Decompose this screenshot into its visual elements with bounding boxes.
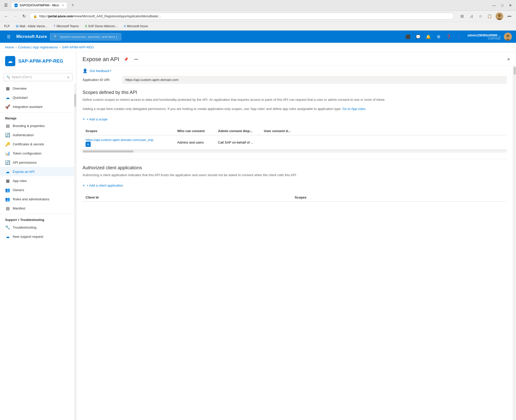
nav-search-input[interactable] <box>12 75 65 79</box>
sidebar-item-quickstart[interactable]: ☁ Quickstart <box>0 93 74 102</box>
window-controls: — □ ✕ <box>491 2 513 8</box>
sidebar-owners-label: Owners <box>13 188 24 192</box>
sidebar-quickstart-label: Quickstart <box>13 96 28 100</box>
user-name: admin@M365x00000 ... <box>468 34 501 37</box>
search-icon: 🔍 <box>6 75 10 79</box>
address-bar[interactable]: 🔒 https://portal.azure.com/#view/Microso… <box>29 13 454 20</box>
bookmark-flp[interactable]: FLP <box>3 24 11 29</box>
scopes-section: Scopes defined by this API Define custom… <box>83 90 507 153</box>
minimize-btn[interactable]: — <box>491 2 497 8</box>
sidebar-item-token[interactable]: 📊 Token configuration <box>0 149 74 158</box>
token-icon: 📊 <box>5 151 10 156</box>
right-scroll-thumb <box>514 67 516 75</box>
right-content-scrollbar[interactable] <box>513 66 516 420</box>
right-content-area: 👤 Got feedback? Application ID URI Scope… <box>76 66 513 420</box>
maximize-btn[interactable]: □ <box>499 2 505 8</box>
azure-search-input[interactable] <box>60 35 117 39</box>
pin-btn[interactable]: 📌 <box>122 56 130 62</box>
sidebar-item-new-support[interactable]: ☁ New support request <box>0 232 74 241</box>
breadcrumb-home[interactable]: Home <box>5 45 14 49</box>
left-nav-scrollbar[interactable] <box>74 84 76 420</box>
topbar-avatar[interactable] <box>504 33 512 41</box>
sidebar-item-troubleshooting[interactable]: 🔧 Troubleshooting <box>0 223 74 232</box>
notifications-btn[interactable]: 🔔 <box>424 32 433 41</box>
table-row: https://api.custom-apim.domain.com/user_… <box>83 135 507 150</box>
sidebar-item-api-permissions[interactable]: 🔄 API permissions <box>0 158 74 167</box>
window-close-btn[interactable]: ✕ <box>507 2 513 8</box>
admin-consent-cell: Call SAP on-behalf of ... <box>218 141 264 144</box>
tab-close-btn[interactable]: × <box>62 4 64 7</box>
owners-icon: 👥 <box>5 187 10 192</box>
back-btn[interactable]: ← <box>3 13 10 20</box>
col-header-who: Who can consent <box>177 129 218 133</box>
read-mode-btn[interactable]: 𝓐 <box>467 12 475 20</box>
sidebar-item-integration[interactable]: 🚀 Integration assistant <box>0 102 74 111</box>
add-scope-btn[interactable]: + + Add a scope <box>83 115 107 123</box>
app-id-uri-row: Application ID URI <box>83 76 507 84</box>
cloud-shell-btn[interactable]: ⬛ <box>403 32 413 41</box>
browser-tab[interactable]: A SAPODATAAPIMPM4 - Microsof... × <box>11 2 67 8</box>
copy-scope-btn[interactable]: ⧉ <box>86 142 91 147</box>
nav-divider-1 <box>0 112 74 113</box>
scopes-table: Scopes Who can consent Admin consent dis… <box>83 127 507 153</box>
close-panel-btn[interactable]: × <box>507 57 510 62</box>
add-client-btn[interactable]: + + Add a client application <box>83 182 123 189</box>
bookmark-teams[interactable]: T Microsoft Teams <box>52 23 80 29</box>
feedback-bar[interactable]: 👤 Got feedback? <box>76 66 513 76</box>
sidebar-item-owners[interactable]: 👥 Owners <box>0 185 74 194</box>
sidebar-api-permissions-label: API permissions <box>13 161 37 164</box>
sidebar-item-overview[interactable]: ▦ Overview <box>0 84 74 93</box>
bookmark-azure-label: Microsoft Azure <box>127 24 148 28</box>
sidebar-item-certificates[interactable]: 🔑 Certificates & secrets <box>0 139 74 149</box>
settings-btn[interactable]: ⚙ <box>434 32 443 41</box>
scopes-desc1: Define custom scopes to restrict access … <box>83 97 507 102</box>
azure-search-box[interactable]: 🔍 <box>50 33 121 40</box>
app-id-uri-input[interactable] <box>122 76 507 84</box>
bookmark-sap-label: SAP Demo Welcom... <box>88 24 118 28</box>
app-header: ☁ SAP-APIM-APP-REG <box>0 52 76 71</box>
certificates-icon: 🔑 <box>5 142 10 147</box>
expose-api-icon: ☁ <box>5 169 10 174</box>
profile-avatar[interactable] <box>496 12 503 20</box>
troubleshooting-icon: 🔧 <box>5 225 10 230</box>
authorized-section: Authorized client applications Authorizi… <box>83 165 507 202</box>
sidebar-token-label: Token configuration <box>13 151 42 155</box>
breadcrumb-app-registrations[interactable]: Contoso | App registrations <box>18 45 58 49</box>
sidebar-item-manifest[interactable]: ▤ Manifest <box>0 204 74 213</box>
bookmark-mail[interactable]: ⊞ Mail - Adele Vance... <box>14 23 49 29</box>
sidebar-item-authentication[interactable]: 🔄 Authentication <box>0 130 74 139</box>
collapse-nav-btn[interactable]: « <box>67 75 70 80</box>
sidebar-toggle-btn[interactable]: ☰ <box>3 2 9 8</box>
sap-icon: S <box>85 24 87 28</box>
forward-btn[interactable]: → <box>12 13 19 20</box>
app-id-uri-label: Application ID URI <box>83 78 118 82</box>
bookmark-azure[interactable]: A Microsoft Azure <box>122 23 150 29</box>
nav-search-box[interactable]: 🔍 « <box>4 73 73 81</box>
go-to-app-roles-link[interactable]: Go to App roles. <box>342 107 366 111</box>
feedback-btn[interactable]: 💬 <box>414 32 423 41</box>
bookmark-sap[interactable]: S SAP Demo Welcom... <box>83 23 119 29</box>
sidebar-authentication-label: Authentication <box>13 133 34 137</box>
new-tab-btn[interactable]: + <box>69 2 76 8</box>
table-scrollbar-h[interactable] <box>83 150 507 153</box>
app-icon: ☁ <box>5 56 15 66</box>
more-options-btn[interactable]: ••• <box>133 56 140 62</box>
sidebar-item-expose-api[interactable]: ☁ Expose an API <box>0 167 74 176</box>
refresh-btn[interactable]: ↻ <box>21 13 27 20</box>
help-btn[interactable]: ❓ <box>444 32 453 41</box>
sidebar-troubleshooting-label: Troubleshooting <box>13 226 36 229</box>
collections-btn[interactable]: 📋 <box>485 12 494 20</box>
sidebar-item-branding[interactable]: ▤ Branding & properties <box>0 121 74 130</box>
sidebar-item-roles-admins[interactable]: 👥 Roles and administrators <box>0 194 74 204</box>
more-btn[interactable]: ••• <box>505 12 513 20</box>
add-client-label: + Add a client application <box>86 184 123 187</box>
new-support-icon: ☁ <box>5 234 10 239</box>
favorites-btn[interactable]: ☆ <box>476 12 484 20</box>
azure-hamburger-btn[interactable]: ☰ <box>4 32 13 41</box>
account-btn[interactable]: 👤 <box>454 32 464 41</box>
split-view-btn[interactable]: ⊟ <box>458 12 466 20</box>
scope-link[interactable]: https://api.custom-apim.domain.com/user_… <box>86 138 177 142</box>
overview-icon: ▦ <box>5 86 10 91</box>
sidebar-item-app-roles[interactable]: ▦ App roles <box>0 176 74 185</box>
teams-icon: T <box>53 24 56 28</box>
